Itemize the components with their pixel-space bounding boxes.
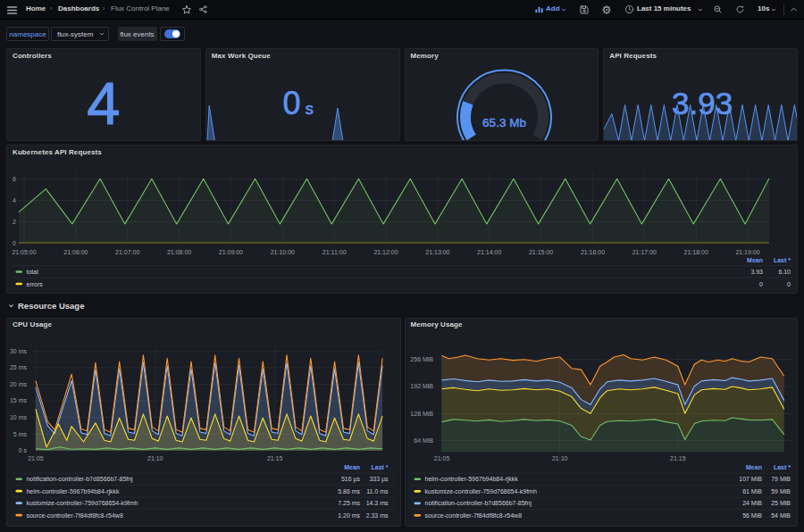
svg-text:107 MiB: 107 MiB [739, 476, 762, 482]
svg-text:21:10: 21:10 [147, 454, 163, 461]
svg-text:14.3 ms: 14.3 ms [366, 500, 389, 506]
svg-text:21:18:00: 21:18:00 [684, 249, 708, 255]
svg-text:notification-controller-b7d856: notification-controller-b7d8566b7-85fnj [424, 500, 532, 507]
svg-text:2: 2 [13, 219, 16, 225]
svg-text:21:10: 21:10 [551, 454, 567, 461]
svg-text:0 s: 0 s [19, 447, 28, 453]
svg-text:61 MiB: 61 MiB [742, 487, 762, 494]
svg-text:6: 6 [13, 176, 16, 182]
svg-text:Last *: Last * [773, 463, 790, 470]
svg-text:21:14:00: 21:14:00 [477, 249, 501, 255]
svg-text:source-controller-7f84df8fc8-r: source-controller-7f84df8fc8-r54w8 [26, 511, 122, 518]
svg-text:source-controller-7f84df8fc8-r: source-controller-7f84df8fc8-r54w8 [424, 511, 522, 518]
svg-text:Mean: Mean [747, 257, 763, 263]
svg-text:21:16:00: 21:16:00 [581, 249, 605, 255]
svg-text:21:06:00: 21:06:00 [63, 249, 88, 255]
svg-text:3.93: 3.93 [750, 269, 763, 275]
svg-text:56 MiB: 56 MiB [742, 511, 762, 518]
svg-text:helm-controller-5967b94b84-rjk: helm-controller-5967b94b84-rjkkk [424, 476, 518, 483]
svg-text:2.33 ms: 2.33 ms [366, 511, 389, 518]
svg-text:21:09:00: 21:09:00 [219, 249, 243, 255]
svg-text:11.0 ms: 11.0 ms [366, 487, 389, 494]
svg-text:21:19:00: 21:19:00 [735, 249, 759, 255]
svg-text:Mean: Mean [344, 463, 360, 470]
svg-text:kustomize-controller-759d76865: kustomize-controller-759d768654-k9fmh [26, 500, 138, 506]
svg-text:59 MiB: 59 MiB [771, 487, 791, 494]
svg-text:0: 0 [787, 281, 791, 287]
svg-text:21:05:00: 21:05:00 [12, 249, 36, 255]
svg-text:21:15: 21:15 [670, 454, 686, 461]
svg-text:65.3 Mb: 65.3 Mb [482, 116, 526, 129]
svg-text:25 MiB: 25 MiB [771, 500, 791, 506]
svg-text:15 ms: 15 ms [10, 397, 28, 403]
svg-text:0: 0 [13, 240, 16, 246]
svg-text:21:13:00: 21:13:00 [425, 249, 449, 255]
svg-text:Last *: Last * [371, 463, 388, 470]
svg-text:Mean: Mean [746, 463, 762, 470]
svg-text:25 ms: 25 ms [10, 364, 28, 370]
svg-text:192 MiB: 192 MiB [410, 383, 433, 389]
svg-text:79 MiB: 79 MiB [771, 476, 791, 482]
svg-text:21:17:00: 21:17:00 [632, 249, 657, 255]
svg-text:notification-controller-b7d856: notification-controller-b7d8566b7-85fnj [26, 476, 133, 483]
svg-text:21:15:00: 21:15:00 [529, 249, 553, 255]
svg-text:128 MiB: 128 MiB [410, 410, 433, 416]
svg-text:21:05: 21:05 [28, 454, 44, 461]
svg-text:54 MiB: 54 MiB [771, 511, 791, 518]
svg-text:1.20 ms: 1.20 ms [338, 511, 360, 518]
svg-text:21:07:00: 21:07:00 [115, 249, 139, 255]
svg-text:516 µs: 516 µs [341, 476, 361, 483]
svg-text:helm-controller-5967b94b84-rjk: helm-controller-5967b94b84-rjkkk [26, 487, 120, 495]
svg-text:24 MiB: 24 MiB [742, 500, 762, 506]
svg-text:kustomize-controller-759d76865: kustomize-controller-759d768654-k9fmh [424, 487, 536, 494]
svg-text:20 ms: 20 ms [10, 380, 28, 387]
svg-text:total: total [27, 269, 39, 275]
svg-text:256 MiB: 256 MiB [410, 356, 433, 362]
svg-text:21:11:00: 21:11:00 [322, 249, 347, 255]
svg-text:Last *: Last * [774, 257, 791, 263]
svg-text:5 ms: 5 ms [13, 430, 28, 436]
svg-text:21:08:00: 21:08:00 [167, 249, 191, 255]
svg-text:64 MiB: 64 MiB [414, 436, 433, 443]
svg-text:333 µs: 333 µs [369, 476, 389, 483]
svg-text:21:12:00: 21:12:00 [373, 249, 398, 255]
svg-text:30 ms: 30 ms [10, 347, 28, 353]
svg-text:7.25 ms: 7.25 ms [338, 500, 360, 506]
svg-text:10 ms: 10 ms [10, 414, 28, 420]
svg-text:0: 0 [759, 281, 763, 287]
svg-text:21:10:00: 21:10:00 [271, 249, 295, 255]
svg-text:errors: errors [27, 281, 44, 287]
svg-text:5.86 ms: 5.86 ms [338, 487, 360, 494]
svg-text:21:15: 21:15 [267, 454, 283, 461]
svg-text:21:05: 21:05 [433, 454, 449, 461]
svg-text:6.10: 6.10 [778, 269, 791, 275]
svg-text:4: 4 [13, 197, 16, 204]
